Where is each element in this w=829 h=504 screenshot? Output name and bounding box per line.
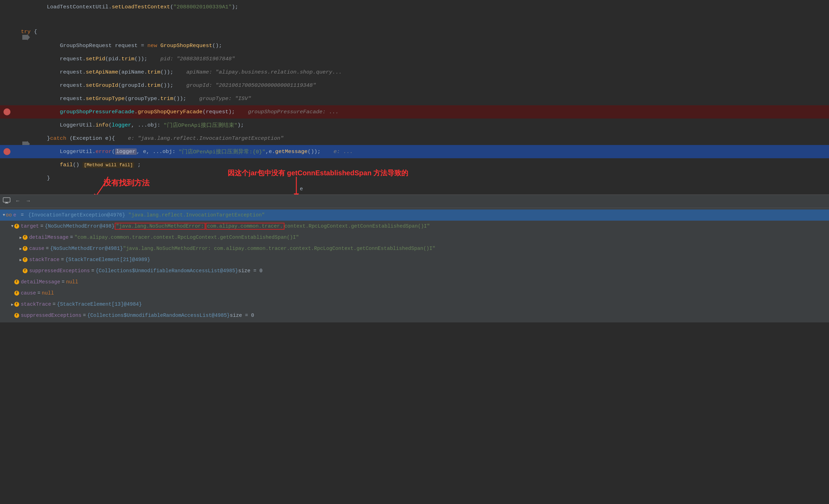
field-icon-suppressed-inner: f bbox=[23, 268, 28, 273]
field-icon-cause-root: f bbox=[14, 291, 19, 296]
suppressed-root-size: size = 0 bbox=[230, 313, 254, 318]
code-line-gsr: GroupShopRequest request = new GroupShop… bbox=[0, 39, 829, 52]
expand-arrow-root: ▼ bbox=[3, 213, 5, 217]
tree-target-row[interactable]: ▼ f target = {NoSuchMethodError@498} "ja… bbox=[0, 221, 829, 232]
cause-inner-ref: {NoSuchMethodError@4981} bbox=[50, 246, 123, 251]
svg-rect-3 bbox=[6, 202, 8, 203]
code-line-loginfo: LoggerUtil.info(logger, ...obj: "门店OPenA… bbox=[0, 119, 829, 132]
tree-detail-row[interactable]: ▶ f detailMessage = "com.alipay.common.t… bbox=[0, 232, 829, 243]
stack-root-val: {StackTraceElement[13]@4984} bbox=[57, 301, 142, 307]
tree-suppressed-root-row[interactable]: ▶ f suppressedExceptions = {Collections$… bbox=[0, 310, 829, 321]
root-oo-icon: oo bbox=[6, 212, 12, 218]
back-icon: ← bbox=[16, 198, 19, 204]
back-button[interactable]: ← bbox=[13, 197, 22, 206]
forward-button[interactable]: → bbox=[24, 197, 33, 206]
code-line-pid: request.setPid(pid.trim()); pid: "208830… bbox=[0, 52, 829, 66]
monitor-icon bbox=[3, 197, 10, 205]
field-icon-cause-inner: f bbox=[23, 246, 28, 251]
detail-root-val: null bbox=[66, 279, 78, 285]
field-icon-detail-root: f bbox=[14, 280, 19, 284]
debug-panel: ← → ▼ oo e = {InvocationTargetException@… bbox=[0, 194, 829, 322]
code-line-apiname: request.setApiName(apiName.trim()); apiN… bbox=[0, 66, 829, 79]
field-name-cause-inner: cause bbox=[29, 246, 45, 251]
code-line-empty1 bbox=[0, 14, 829, 24]
svg-rect-2 bbox=[3, 198, 10, 202]
debug-toolbar: ← → bbox=[0, 195, 829, 208]
expand-arrow-target: ▼ bbox=[11, 224, 14, 228]
tree-cause-inner-row[interactable]: ▶ f cause = {NoSuchMethodError@4981} "ja… bbox=[0, 243, 829, 254]
code-line-grouptype: request.setGroupType(groupType.trim()); … bbox=[0, 92, 829, 105]
code-line-fail: fail() [Method will fail] ; bbox=[0, 158, 829, 171]
expand-arrow-stack-inner: ▶ bbox=[20, 258, 22, 262]
field-icon-detail: f bbox=[23, 235, 28, 240]
tree-stack-inner-row[interactable]: ▶ f stackTrace = {StackTraceElement[21]@… bbox=[0, 254, 829, 265]
code-line-catch: }catch (Exception e){ e: "java.lang.refl… bbox=[0, 132, 829, 145]
field-name-suppressed-inner: suppressedExceptions bbox=[29, 268, 90, 274]
forward-icon: → bbox=[26, 198, 30, 204]
expand-arrow-detail: ▶ bbox=[20, 235, 22, 240]
field-name-stack-root: stackTrace bbox=[21, 301, 51, 307]
tree-cause-root-row[interactable]: ▶ f cause = null bbox=[0, 288, 829, 299]
editor-area: LoadTestContextUtil.setLoadTestContext("… bbox=[0, 0, 829, 322]
debug-tree: ▼ oo e = {InvocationTargetException@4976… bbox=[0, 208, 829, 322]
code-line-load: LoadTestContextUtil.setLoadTestContext("… bbox=[0, 0, 829, 14]
field-name-detail: detailMessage bbox=[29, 235, 69, 240]
field-name-cause-root: cause bbox=[21, 290, 36, 296]
target-val-rest: context.RpcLogContext.getConnEstablished… bbox=[284, 223, 430, 229]
field-icon-stack-root: f bbox=[14, 302, 19, 307]
field-name-stack-inner: stackTrace bbox=[29, 257, 60, 262]
tree-stack-root-row[interactable]: ▶ f stackTrace = {StackTraceElement[13]@… bbox=[0, 299, 829, 310]
field-icon-stack-inner: f bbox=[23, 257, 28, 262]
tree-root-row[interactable]: ▼ oo e = {InvocationTargetException@4976… bbox=[0, 209, 829, 221]
field-icon-suppressed-root: f bbox=[14, 313, 19, 318]
detail-val: "com.alipay.common.tracer.context.RpcLog… bbox=[74, 235, 299, 240]
code-line-groupid: request.setGroupId(groupId.trim()); grou… bbox=[0, 79, 829, 92]
tree-detail-root-row[interactable]: ▶ f detailMessage = null bbox=[0, 276, 829, 288]
suppressed-inner-val: {Collections$UnmodifiableRandomAccessLis… bbox=[96, 268, 238, 274]
field-icon-target: f bbox=[14, 224, 19, 229]
cause-root-val: null bbox=[42, 290, 54, 296]
suppressed-inner-size: size = 0 bbox=[238, 268, 263, 274]
code-line-facade: groupShopPressureFacade.groupShopQueryFa… bbox=[0, 105, 829, 119]
svg-rect-4 bbox=[5, 203, 8, 204]
root-label: e = {InvocationTargetException@4976} "ja… bbox=[13, 212, 265, 218]
code-line-logerror: LoggerUtil.error(logger, e, ...obj: "门店O… bbox=[0, 145, 829, 158]
suppressed-root-val: {Collections$UnmodifiableRandomAccessLis… bbox=[87, 313, 230, 318]
code-line-close: } 没有找到方法 因这个jar包中没有 getConnEstablishedSp… bbox=[0, 171, 829, 185]
cause-inner-val: "java.lang.NoSuchMethodError: com.alipay… bbox=[123, 246, 435, 251]
stack-inner-val: {StackTraceElement[21]@4989} bbox=[65, 257, 150, 262]
tree-suppressed-inner-row[interactable]: ▶ f suppressedExceptions = {Collections$… bbox=[0, 265, 829, 276]
expand-arrow-stack-root: ▶ bbox=[11, 302, 14, 307]
field-name-detail-root: detailMessage bbox=[21, 279, 60, 285]
code-line-try: try { bbox=[0, 24, 829, 39]
target-val-highlight2: com.alipay.common.tracer. bbox=[206, 223, 284, 230]
field-name-suppressed-root: suppressedExceptions bbox=[21, 313, 82, 318]
target-ref: {NoSuchMethodError@498} bbox=[45, 223, 115, 229]
field-name-target: target bbox=[21, 223, 39, 229]
target-val-highlight1: "java.lang.NoSuchMethodError: bbox=[115, 223, 205, 230]
e-label-row: e bbox=[0, 185, 829, 194]
expand-arrow-cause-inner: ▶ bbox=[20, 246, 22, 251]
